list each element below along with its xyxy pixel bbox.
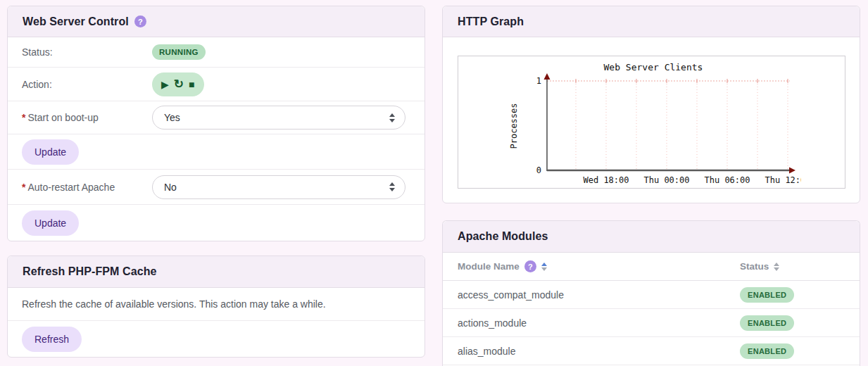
refresh-button-row: Refresh bbox=[8, 321, 424, 358]
module-name-cell: alias_module bbox=[458, 346, 740, 357]
graph-container: Web Server Clients Processes bbox=[443, 37, 860, 189]
restart-icon[interactable]: ↻ bbox=[174, 78, 184, 90]
auto-restart-select[interactable]: No bbox=[152, 175, 405, 199]
xtick-thu00: Thu 00:00 bbox=[643, 175, 689, 185]
module-name-cell: access_compat_module bbox=[458, 289, 740, 301]
table-row: actions_module ENABLED bbox=[443, 309, 860, 337]
auto-restart-label: *Auto-restart Apache bbox=[22, 182, 152, 193]
modules-table-header: Module Name ? Status bbox=[443, 253, 860, 281]
refresh-cache-header: Refresh PHP-FPM Cache bbox=[8, 256, 424, 288]
refresh-cache-description-row: Refresh the cache of available versions.… bbox=[8, 288, 424, 321]
module-name-cell: actions_module bbox=[458, 317, 740, 329]
sort-icon-status[interactable] bbox=[774, 263, 779, 271]
graph-ylabel: Processes bbox=[509, 103, 519, 149]
web-server-control-card: Web Server Control ? Status: RUNNING Act… bbox=[7, 6, 425, 241]
vertical-gridlines bbox=[576, 81, 788, 170]
status-label: Status: bbox=[22, 46, 152, 58]
y-axis-arrow bbox=[544, 73, 551, 80]
web-server-control-header: Web Server Control ? bbox=[8, 6, 424, 37]
label-clip-mask bbox=[801, 174, 845, 188]
required-asterisk: * bbox=[22, 182, 25, 193]
table-row: access_compat_module ENABLED bbox=[443, 281, 860, 309]
select-updown-icon bbox=[389, 113, 395, 122]
action-button-group: ▶ ↻ ■ bbox=[152, 72, 204, 96]
action-label: Action: bbox=[22, 79, 152, 90]
module-name-column-header[interactable]: Module Name ? bbox=[458, 260, 740, 272]
update-button-2[interactable]: Update bbox=[22, 210, 79, 236]
stop-icon[interactable]: ■ bbox=[189, 80, 194, 89]
apache-modules-title: Apache Modules bbox=[458, 230, 548, 243]
status-badge: ENABLED bbox=[740, 315, 794, 331]
table-row: alias_module ENABLED bbox=[443, 337, 860, 365]
auto-restart-value: No bbox=[164, 182, 177, 193]
graph-title: Web Server Clients bbox=[604, 62, 703, 72]
apache-modules-card: Apache Modules Module Name ? Status acce… bbox=[442, 220, 860, 366]
start-on-boot-row: *Start on boot-up Yes bbox=[8, 101, 424, 134]
help-icon[interactable]: ? bbox=[134, 15, 146, 27]
xtick-thu06: Thu 06:00 bbox=[704, 175, 750, 185]
status-badge: RUNNING bbox=[152, 44, 206, 60]
select-updown-icon bbox=[389, 182, 395, 191]
status-badge: ENABLED bbox=[740, 287, 794, 303]
ytick-0: 0 bbox=[536, 165, 541, 175]
graph-svg: Web Server Clients Processes bbox=[458, 56, 845, 188]
auto-restart-row: *Auto-restart Apache No bbox=[8, 170, 424, 205]
help-icon[interactable]: ? bbox=[524, 260, 536, 272]
refresh-php-fpm-cache-card: Refresh PHP-FPM Cache Refresh the cache … bbox=[7, 255, 425, 358]
http-graph-title: HTTP Graph bbox=[458, 15, 524, 28]
update-button[interactable]: Update bbox=[22, 139, 79, 165]
start-on-boot-label: *Start on boot-up bbox=[22, 112, 152, 123]
status-column-header[interactable]: Status bbox=[740, 261, 779, 272]
http-graph-header: HTTP Graph bbox=[443, 6, 860, 37]
sort-icon-module-name[interactable] bbox=[541, 263, 547, 271]
action-row: Action: ▶ ↻ ■ bbox=[8, 68, 424, 101]
xtick-wed18: Wed 18:00 bbox=[583, 175, 629, 185]
refresh-button[interactable]: Refresh bbox=[22, 327, 82, 352]
play-icon[interactable]: ▶ bbox=[161, 80, 169, 89]
start-on-boot-select[interactable]: Yes bbox=[152, 106, 405, 130]
web-server-clients-graph: Web Server Clients Processes bbox=[458, 56, 845, 189]
update-row-1: Update bbox=[8, 134, 424, 170]
required-asterisk: * bbox=[22, 112, 25, 123]
status-row: Status: RUNNING bbox=[8, 37, 424, 68]
start-on-boot-value: Yes bbox=[164, 112, 180, 123]
status-badge: ENABLED bbox=[740, 343, 794, 359]
refresh-cache-title: Refresh PHP-FPM Cache bbox=[23, 265, 157, 278]
refresh-cache-description: Refresh the cache of available versions.… bbox=[22, 298, 326, 310]
update-row-2: Update bbox=[8, 205, 424, 241]
apache-modules-header: Apache Modules bbox=[443, 221, 860, 253]
ytick-1: 1 bbox=[536, 76, 541, 86]
web-server-control-title: Web Server Control bbox=[23, 15, 129, 28]
http-graph-card: HTTP Graph Web Server Clients Processes bbox=[442, 6, 860, 203]
x-axis-arrow bbox=[789, 168, 795, 174]
